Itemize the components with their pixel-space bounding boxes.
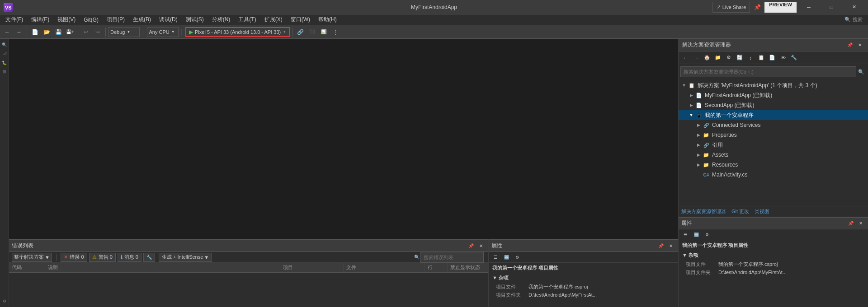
- tree-item-project2[interactable]: ▶ 📄 SecondApp (已卸载): [679, 100, 868, 110]
- redo-button[interactable]: ↪: [92, 27, 103, 37]
- se-refresh[interactable]: 🔄: [735, 53, 745, 63]
- attach-button[interactable]: 🔗: [295, 27, 306, 37]
- props-right-pin[interactable]: 📌: [846, 219, 855, 228]
- run-target-button[interactable]: ▶ Pixel 5 - API 33 (Android 13.0 - API 3…: [185, 27, 290, 37]
- activity-settings[interactable]: ⚙: [0, 297, 9, 305]
- preview-button[interactable]: PREVIEW: [764, 2, 797, 13]
- menu-edit[interactable]: 编辑(E): [28, 15, 53, 25]
- pin-button[interactable]: 📌: [752, 2, 763, 13]
- props-tool-btn2[interactable]: ⚙: [702, 230, 712, 240]
- menu-extensions[interactable]: 扩展(X): [261, 15, 286, 25]
- platform-dropdown[interactable]: Any CPU ▼: [147, 27, 179, 37]
- activity-ext[interactable]: ⊞: [0, 68, 9, 76]
- error-count-button[interactable]: ✕ 错误 0: [61, 253, 87, 262]
- menu-project[interactable]: 项目(P): [103, 15, 128, 25]
- se-close-button[interactable]: ✕: [855, 41, 864, 50]
- tree-item-refs[interactable]: ▶ 🔗 引用: [679, 140, 868, 150]
- solution-explorer-panel: 解决方案资源管理器 📌 ✕ ← → 🏠 📁 ⚙ 🔄 ↕ 📋 📄 👁 🔧: [678, 39, 868, 307]
- props-pin[interactable]: 📌: [656, 242, 665, 251]
- menu-debug[interactable]: 调试(D): [156, 15, 181, 25]
- props-tool-btn[interactable]: ⚙: [512, 252, 522, 262]
- warning-icon: ⚠: [92, 254, 97, 260]
- more-button[interactable]: ⋮: [330, 27, 341, 37]
- tree-item-project1[interactable]: ▶ 📄 MyFirstAndroidApp (已卸载): [679, 90, 868, 100]
- play-icon: ▶: [189, 29, 193, 35]
- suppress-button[interactable]: 🔧: [143, 253, 155, 262]
- minimize-button[interactable]: ─: [798, 0, 819, 14]
- title-bar-left: VS: [4, 3, 13, 12]
- link-git-changes[interactable]: Git 更改: [731, 208, 749, 215]
- props-file-key: 项目文件: [682, 261, 718, 268]
- forward-button[interactable]: →: [14, 27, 24, 37]
- save-button[interactable]: 💾: [53, 27, 64, 37]
- props-right-close[interactable]: ✕: [856, 219, 865, 228]
- menu-window[interactable]: 窗口(W): [287, 15, 314, 25]
- build-filter-dropdown[interactable]: 生成 + IntelliSense ▼: [159, 253, 212, 262]
- breakpoints-button[interactable]: ⬛: [307, 27, 317, 37]
- new-button[interactable]: 📄: [29, 27, 40, 37]
- props-sort-btn[interactable]: ☰: [680, 230, 690, 240]
- se-properties[interactable]: 📄: [767, 53, 777, 63]
- scope-dropdown[interactable]: 整个解决方案 ▼: [12, 253, 52, 262]
- activity-debug[interactable]: 🐛: [0, 59, 9, 67]
- menu-tools[interactable]: 工具(T): [235, 15, 259, 25]
- se-search-btn[interactable]: 🔍: [856, 67, 866, 77]
- activity-git[interactable]: ⎇: [0, 50, 9, 58]
- save-all-button[interactable]: 💾+: [65, 27, 75, 37]
- se-settings[interactable]: ⚙: [724, 53, 734, 63]
- se-collapse[interactable]: ↕: [745, 53, 755, 63]
- error-panel-close[interactable]: ✕: [476, 242, 486, 251]
- menu-help[interactable]: 帮助(H): [315, 15, 340, 25]
- props-alpha-btn2[interactable]: 🔤: [691, 230, 701, 240]
- tree-item-android-project[interactable]: ▼ 📱 我的第一个安卓程序: [679, 110, 868, 120]
- se-search-input[interactable]: [680, 66, 856, 77]
- info-icon: ℹ: [121, 254, 123, 260]
- back-button[interactable]: ←: [2, 27, 13, 37]
- error-search-input[interactable]: [420, 252, 484, 263]
- open-button[interactable]: 📂: [41, 27, 52, 37]
- tree-label-resources: Resources: [712, 162, 738, 168]
- props-row-folder: 项目文件夹 D:\test\AndroidApp\MyFirstAt...: [492, 291, 675, 299]
- menu-test[interactable]: 测试(S): [182, 15, 208, 25]
- menu-file[interactable]: 文件(F): [2, 15, 27, 25]
- menu-build[interactable]: 生成(B): [129, 15, 155, 25]
- tree-item-mainactivity[interactable]: ▶ C# MainActivity.cs: [679, 170, 868, 180]
- se-back[interactable]: ←: [680, 53, 690, 63]
- warning-count-button[interactable]: ⚠ 警告 0: [89, 253, 116, 262]
- se-folder[interactable]: 📁: [713, 53, 723, 63]
- se-copy[interactable]: 📋: [756, 53, 766, 63]
- close-button[interactable]: ✕: [844, 0, 864, 14]
- link-class-view[interactable]: 类视图: [755, 208, 769, 215]
- window-controls: ↗ Live Share 📌 PREVIEW ─ □ ✕: [712, 0, 864, 14]
- props-alpha-btn[interactable]: 🔤: [501, 252, 511, 262]
- debug-mode-dropdown[interactable]: Debug ▼: [108, 27, 140, 37]
- assets-icon: 📁: [702, 151, 710, 159]
- props-categories-btn[interactable]: ☰: [491, 252, 500, 262]
- menu-analyze[interactable]: 分析(N): [208, 15, 234, 25]
- menu-view[interactable]: 视图(V): [54, 15, 79, 25]
- message-count-button[interactable]: ℹ 消息 0: [118, 253, 142, 262]
- perf-button[interactable]: 📊: [318, 27, 329, 37]
- props-key-file: 项目文件: [492, 284, 528, 290]
- error-panel-pin[interactable]: 📌: [467, 242, 476, 251]
- tree-item-solution[interactable]: ▼ 📋 解决方案 'MyFirstAndroidApp' (1 个项目，共 3 …: [679, 80, 868, 90]
- se-forward[interactable]: →: [691, 53, 701, 63]
- props-close[interactable]: ✕: [666, 242, 675, 251]
- project2-icon: 📄: [695, 101, 703, 109]
- se-filters[interactable]: 🔧: [789, 53, 799, 63]
- se-preview[interactable]: 👁: [778, 53, 788, 63]
- tree-item-resources[interactable]: ▶ 📁 Resources: [679, 160, 868, 170]
- live-share-button[interactable]: ↗ Live Share: [712, 2, 750, 13]
- props-key-folder: 项目文件夹: [492, 292, 528, 298]
- tree-item-properties[interactable]: ▶ 📁 Properties: [679, 130, 868, 140]
- link-solution-explorer[interactable]: 解决方案资源管理器: [681, 208, 726, 215]
- props-right-header: 属性 📌 ✕: [679, 218, 868, 229]
- menu-git[interactable]: Git(G): [80, 15, 102, 25]
- tree-item-connected-services[interactable]: ▶ 🔗 Connected Services: [679, 120, 868, 130]
- restore-button[interactable]: □: [821, 0, 842, 14]
- tree-item-assets[interactable]: ▶ 📁 Assets: [679, 150, 868, 160]
- se-pin-button[interactable]: 📌: [845, 41, 854, 50]
- se-home[interactable]: 🏠: [702, 53, 712, 63]
- undo-button[interactable]: ↩: [80, 27, 91, 37]
- activity-search[interactable]: 🔍: [0, 41, 9, 49]
